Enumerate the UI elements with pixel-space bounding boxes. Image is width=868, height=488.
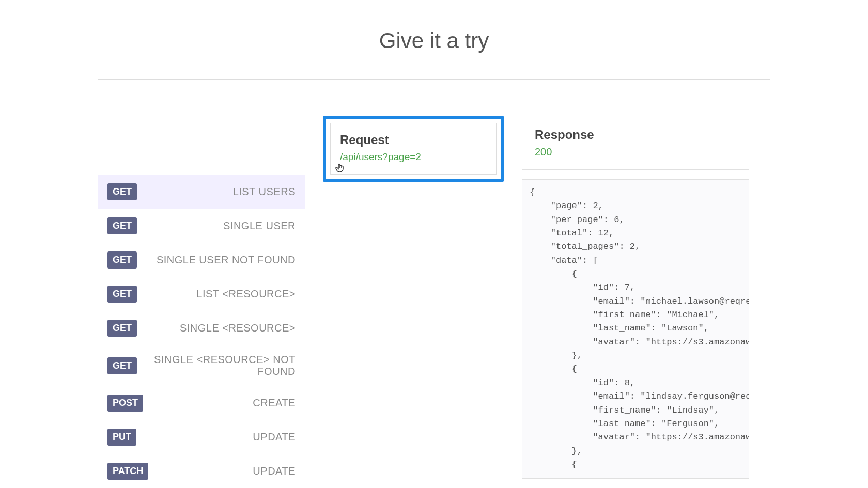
- page-title: Give it a try: [0, 0, 868, 79]
- request-heading: Request: [340, 133, 487, 147]
- method-badge: PATCH: [107, 463, 148, 480]
- endpoint-label: SINGLE USER NOT FOUND: [137, 254, 296, 266]
- response-header: Response 200: [522, 116, 749, 170]
- endpoint-row-3[interactable]: GETLIST <RESOURCE>: [98, 277, 305, 311]
- endpoint-label: UPDATE: [148, 465, 296, 477]
- method-badge: GET: [107, 357, 137, 374]
- endpoint-row-7[interactable]: PUTUPDATE: [98, 420, 305, 454]
- method-badge: POST: [107, 395, 143, 412]
- method-badge: GET: [107, 251, 137, 269]
- endpoint-label: SINGLE <RESOURCE> NOT FOUND: [137, 354, 296, 377]
- request-url[interactable]: /api/users?page=2: [340, 151, 487, 163]
- endpoint-row-8[interactable]: PATCHUPDATE: [98, 454, 305, 488]
- response-heading: Response: [535, 128, 736, 142]
- endpoint-row-4[interactable]: GETSINGLE <RESOURCE>: [98, 311, 305, 345]
- endpoint-label: LIST <RESOURCE>: [137, 288, 296, 300]
- endpoints-list: GETLIST USERSGETSINGLE USERGETSINGLE USE…: [98, 116, 305, 488]
- endpoint-label: SINGLE <RESOURCE>: [137, 322, 296, 334]
- request-card[interactable]: Request /api/users?page=2: [323, 116, 504, 182]
- method-badge: GET: [107, 286, 137, 303]
- endpoint-row-5[interactable]: GETSINGLE <RESOURCE> NOT FOUND: [98, 345, 305, 386]
- response-status: 200: [535, 146, 736, 158]
- hand-cursor-icon: [335, 163, 345, 178]
- method-badge: GET: [107, 320, 137, 337]
- endpoint-row-2[interactable]: GETSINGLE USER NOT FOUND: [98, 243, 305, 277]
- divider: [98, 79, 770, 80]
- endpoint-label: UPDATE: [136, 431, 296, 443]
- method-badge: PUT: [107, 429, 136, 446]
- method-badge: GET: [107, 183, 137, 200]
- endpoint-label: LIST USERS: [137, 186, 296, 198]
- endpoint-row-1[interactable]: GETSINGLE USER: [98, 209, 305, 243]
- endpoint-row-6[interactable]: POSTCREATE: [98, 386, 305, 420]
- method-badge: GET: [107, 217, 137, 234]
- endpoint-label: SINGLE USER: [137, 220, 296, 232]
- endpoint-row-0[interactable]: GETLIST USERS: [98, 175, 305, 209]
- endpoint-label: CREATE: [143, 397, 296, 409]
- response-body[interactable]: { "page": 2, "per_page": 6, "total": 12,…: [522, 179, 749, 479]
